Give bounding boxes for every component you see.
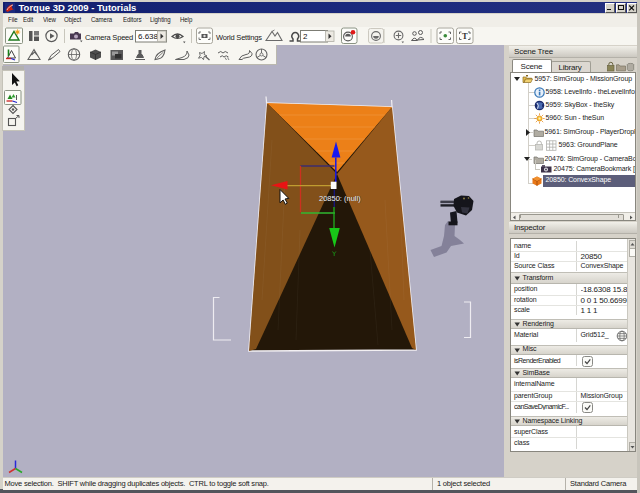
svg-text:20850: (null): 20850: (null) — [319, 194, 361, 203]
